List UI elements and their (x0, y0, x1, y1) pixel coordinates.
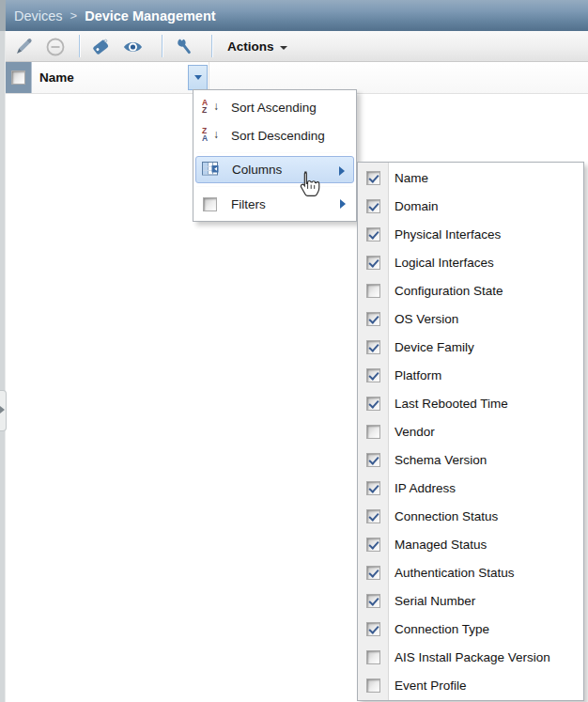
menu-item-label: Columns (232, 163, 282, 177)
column-toggle-logical-interfaces[interactable]: Logical Interfaces (358, 248, 583, 276)
column-toggle-vendor[interactable]: Vendor (358, 417, 583, 445)
column-toggle-label: Authentication Status (395, 566, 515, 580)
column-toggle-label: AIS Install Package Version (395, 650, 550, 664)
checked-checkbox[interactable] (366, 538, 380, 552)
column-toggle-physical-interfaces[interactable]: Physical Interfaces (358, 220, 583, 248)
unchecked-checkbox[interactable] (366, 425, 380, 439)
column-toggle-label: Domain (395, 199, 439, 213)
select-all-checkbox[interactable] (11, 70, 25, 85)
sidebar-expand-handle[interactable] (0, 390, 7, 431)
columns-submenu: NameDomainPhysical InterfacesLogical Int… (357, 162, 584, 701)
caret-down-icon (194, 75, 202, 80)
page-title: Device Management (85, 8, 215, 23)
menu-item-columns[interactable]: Columns (195, 156, 354, 183)
checked-checkbox[interactable] (366, 481, 380, 495)
toolbar-separator (162, 35, 163, 57)
column-toggle-device-family[interactable]: Device Family (358, 333, 583, 361)
column-toggle-authentication-status[interactable]: Authentication Status (358, 558, 583, 586)
delete-device-button[interactable] (43, 35, 67, 58)
checked-checkbox[interactable] (366, 368, 380, 382)
toolbar: Actions (6, 31, 588, 62)
column-toggle-label: Serial Number (395, 594, 475, 608)
column-toggle-label: OS Version (395, 312, 458, 326)
column-header-name[interactable]: Name (39, 62, 74, 93)
tag-device-button[interactable] (88, 35, 112, 58)
checked-checkbox[interactable] (366, 199, 380, 213)
column-toggle-managed-status[interactable]: Managed Status (358, 530, 583, 558)
column-toggle-event-profile[interactable]: Event Profile (358, 671, 583, 699)
checked-checkbox[interactable] (366, 566, 380, 580)
column-toggle-serial-number[interactable]: Serial Number (358, 586, 583, 615)
column-toggle-label: Connection Type (395, 622, 489, 636)
column-toggle-configuration-state[interactable]: Configuration State (358, 276, 583, 304)
menu-item-sort-ascending[interactable]: AZ↓Sort Ascending (195, 93, 354, 121)
column-toggle-label: Device Family (395, 340, 474, 354)
eye-icon (121, 36, 145, 58)
device-management-screen: Devices > Device Management (0, 0, 588, 702)
unchecked-checkbox[interactable] (366, 284, 380, 298)
collapsed-sidebar-strip (0, 0, 6, 702)
checked-checkbox[interactable] (366, 509, 380, 523)
checked-checkbox[interactable] (366, 340, 380, 354)
menu-item-sort-descending[interactable]: ZA↓Sort Descending (195, 121, 354, 149)
view-device-button[interactable] (121, 35, 145, 58)
menu-separator (196, 152, 353, 153)
column-toggle-label: Configuration State (395, 284, 503, 298)
column-toggle-label: Platform (395, 368, 441, 382)
column-toggle-label: IP Address (395, 481, 456, 495)
column-toggle-label: Schema Version (395, 453, 487, 467)
column-toggle-domain[interactable]: Domain (358, 192, 583, 220)
submenu-arrow-icon (339, 166, 345, 176)
checked-checkbox[interactable] (366, 312, 380, 326)
column-toggle-os-version[interactable]: OS Version (358, 304, 583, 333)
column-menu-trigger[interactable] (188, 65, 208, 90)
column-toggle-connection-status[interactable]: Connection Status (358, 502, 583, 530)
checked-checkbox[interactable] (366, 453, 380, 467)
column-header-menu: AZ↓Sort AscendingZA↓Sort DescendingColum… (193, 89, 357, 222)
toolbar-separator (211, 35, 213, 57)
menu-item-label: Sort Ascending (231, 101, 317, 115)
menu-item-filters[interactable]: Filters (195, 190, 354, 218)
submenu-arrow-icon (340, 199, 346, 209)
unchecked-checkbox[interactable] (366, 650, 380, 664)
checked-checkbox[interactable] (366, 397, 380, 411)
checked-checkbox[interactable] (366, 256, 380, 270)
menu-item-label: Filters (231, 197, 266, 211)
column-toggle-schema-version[interactable]: Schema Version (358, 445, 583, 474)
column-toggle-ip-address[interactable]: IP Address (358, 474, 583, 502)
breadcrumb-devices-link[interactable]: Devices (14, 8, 63, 23)
key-management-button[interactable] (173, 35, 196, 58)
toolbar-separator (79, 35, 81, 57)
sort-ascending-icon: AZ↓ (201, 99, 219, 116)
sort-descending-icon: ZA↓ (201, 127, 219, 144)
actions-label: Actions (227, 39, 274, 54)
column-toggle-label: Connection Status (395, 509, 498, 523)
wrench-icon (174, 36, 196, 58)
column-toggle-connection-type[interactable]: Connection Type (358, 615, 583, 643)
columns-icon (202, 162, 220, 179)
tag-icon (89, 36, 112, 58)
expand-arrow-icon (0, 406, 5, 413)
column-toggle-label: Name (395, 171, 428, 185)
edit-device-button[interactable] (11, 35, 35, 58)
menu-separator (196, 186, 353, 187)
caret-down-icon (280, 46, 287, 50)
minus-circle-icon (44, 36, 67, 58)
column-toggle-label: Logical Interfaces (395, 256, 494, 270)
actions-menu-button[interactable]: Actions (220, 36, 295, 57)
checked-checkbox[interactable] (366, 227, 380, 242)
column-toggle-name[interactable]: Name (358, 164, 583, 192)
breadcrumb: Devices > Device Management (6, 0, 588, 31)
checked-checkbox[interactable] (366, 594, 380, 608)
checked-checkbox[interactable] (366, 622, 380, 636)
select-all-cell (6, 62, 32, 93)
unchecked-checkbox[interactable] (366, 679, 380, 693)
menu-item-label: Sort Descending (231, 129, 325, 143)
column-toggle-label: Last Rebooted Time (395, 397, 508, 411)
column-toggle-ais-install-package-version[interactable]: AIS Install Package Version (358, 643, 583, 671)
filter-checkbox-icon (201, 195, 219, 212)
column-toggle-last-rebooted-time[interactable]: Last Rebooted Time (358, 389, 583, 417)
column-toggle-platform[interactable]: Platform (358, 361, 583, 389)
column-toggle-label: Managed Status (395, 538, 487, 552)
checked-checkbox[interactable] (366, 171, 380, 185)
